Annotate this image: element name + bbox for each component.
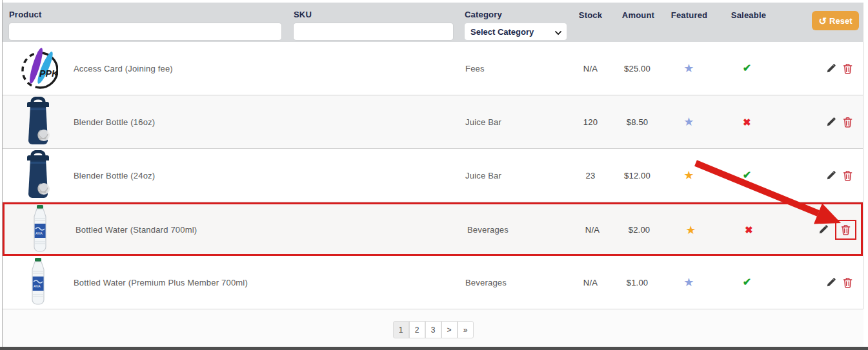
product-amount: $2.00 [615,225,663,235]
delete-trash-icon[interactable] [843,277,853,288]
saleable-cross-icon[interactable]: ✖ [718,225,780,235]
product-category: Fees [461,64,568,73]
featured-star-icon[interactable]: ★ [661,63,716,74]
sku-filter-input[interactable] [294,23,453,40]
undo-reset-icon: ↺ [819,16,827,26]
pagination-last[interactable]: » [458,321,474,338]
pagination-page-1[interactable]: 1 [393,321,409,338]
product-name: Blender Bottle (24oz) [74,171,461,180]
product-stock: N/A [568,278,613,287]
product-image-cell: AVA [3,257,74,308]
bottom-window-edge [0,347,868,350]
category-select-wrap: Select Category [465,23,567,40]
table-row: Blender Bottle (16oz) Juice Bar 120 $8.5… [3,95,863,149]
product-image-cell: PPK [3,44,74,93]
ppk-logo-image: PPK [18,44,58,93]
amount-column-header: Amount [613,10,663,20]
svg-text:AVA: AVA [34,284,41,288]
product-stock: N/A [568,64,613,73]
edit-pencil-icon[interactable] [826,64,836,73]
filter-bar: Product SKU Category Select Category Sto… [3,3,863,42]
reset-button[interactable]: ↺ Reset [812,11,859,30]
product-category: Juice Bar [461,117,568,127]
saleable-check-icon[interactable]: ✔ [716,170,778,180]
product-name: Blender Bottle (16oz) [74,117,461,127]
pagination-group: 1 2 3 > » [393,321,474,338]
delete-trash-icon[interactable] [843,117,853,128]
saleable-cross-icon[interactable]: ✖ [716,117,778,127]
edit-pencil-icon[interactable] [826,278,836,287]
edit-pencil-icon[interactable] [826,171,836,180]
product-filter-input[interactable] [9,23,281,40]
featured-star-icon[interactable]: ★ [663,224,718,236]
product-name: Access Card (Joining fee) [74,64,461,73]
saleable-check-icon[interactable]: ✔ [716,63,778,73]
product-stock: 120 [568,117,613,127]
product-image-cell [3,150,74,201]
product-image-cell [3,97,74,148]
products-table: PPK Access Card (Joining fee) Fees N/A $… [3,42,863,309]
pagination-next[interactable]: > [441,321,458,338]
delete-trash-icon[interactable] [843,170,853,181]
featured-star-icon[interactable]: ★ [661,116,716,128]
saleable-check-icon[interactable]: ✔ [716,277,778,287]
category-select[interactable]: Select Category [465,23,567,40]
delete-trash-icon[interactable] [843,63,853,74]
product-image-cell: AVA [5,204,76,255]
category-filter-label: Category [465,10,502,19]
product-filter-label: Product [9,10,42,19]
product-name: Bottled Water (Premium Plus Member 700ml… [74,278,461,287]
blender-bottle-image [21,97,55,148]
sku-filter-label: SKU [294,10,312,19]
pagination-page-2[interactable]: 2 [409,321,425,338]
product-category: Beverages [463,225,570,235]
product-stock: N/A [570,225,615,235]
blender-bottle-image [21,150,55,201]
row-actions [778,117,863,128]
table-row: Blender Bottle (24oz) Juice Bar 23 $12.0… [3,149,863,202]
edit-pencil-icon[interactable] [818,225,828,235]
featured-star-icon[interactable]: ★ [661,277,716,288]
saleable-column-header: Saleable [718,10,780,20]
row-actions [780,220,861,240]
product-amount: $25.00 [613,64,661,73]
water-bottle-image: AVA [28,204,52,255]
svg-text:AVA: AVA [35,231,43,235]
table-row-highlighted: AVA Bottled Water (Standard 700ml) Bever… [3,202,863,256]
featured-column-header: Featured [660,10,719,20]
product-category: Beverages [461,278,568,287]
product-amount: $8.50 [613,117,661,127]
table-row: AVA Bottled Water (Premium Plus Member 7… [3,256,863,309]
water-bottle-image: AVA [26,257,50,308]
pagination-page-3[interactable]: 3 [425,321,441,338]
product-stock: 23 [568,171,613,180]
edit-pencil-icon[interactable] [826,117,836,127]
featured-star-icon[interactable]: ★ [661,170,716,181]
product-name: Bottled Water (Standard 700ml) [76,225,463,235]
pagination-bar: 1 2 3 > » [3,310,863,347]
product-category: Juice Bar [461,171,568,180]
row-actions [778,277,863,288]
svg-text:PPK: PPK [39,68,58,79]
stock-column-header: Stock [568,10,613,20]
row-actions [778,170,863,181]
delete-trash-icon-annotated[interactable] [835,220,856,240]
row-actions [778,63,863,74]
product-amount: $12.00 [613,171,661,180]
reset-button-label: Reset [829,16,852,26]
products-admin-page: Product SKU Category Select Category Sto… [0,0,868,350]
product-amount: $1.00 [613,278,661,287]
table-row: PPK Access Card (Joining fee) Fees N/A $… [3,42,863,95]
